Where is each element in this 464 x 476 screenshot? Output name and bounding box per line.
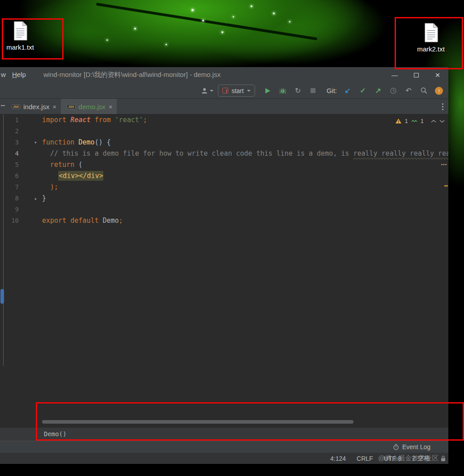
- bug-icon: [279, 87, 286, 94]
- title-bar[interactable]: w Help wind-monitor [D:\我的资料\wind-all\wi…: [0, 67, 448, 83]
- code-text: export default Demo;: [42, 215, 123, 226]
- droplet: [106, 39, 108, 41]
- fold-icon[interactable]: ▾: [34, 137, 37, 148]
- desktop-icon-label: mark2.txt: [417, 45, 445, 53]
- typo-count: 1: [421, 118, 424, 124]
- screen: mark1.txt mark2.txt w Help wind-monitor …: [0, 0, 464, 476]
- tab-label: demo.jsx: [79, 103, 106, 110]
- code-line[interactable]: 6 <div></div>: [0, 170, 448, 182]
- chevron-down-icon: [247, 90, 251, 92]
- fold-column: [19, 126, 42, 137]
- event-log-button[interactable]: Event Log: [402, 443, 430, 450]
- window-title: wind-monitor [D:\我的资料\wind-all\wind-moni…: [43, 71, 221, 79]
- line-ending-widget[interactable]: CRLF: [357, 455, 373, 462]
- minimize-button[interactable]: —: [384, 67, 405, 83]
- code-text: }: [42, 193, 46, 204]
- code-line[interactable]: 10export default Demo;: [0, 215, 448, 226]
- update-arrow-icon: ↑: [435, 87, 443, 95]
- code-line[interactable]: 7 );: [0, 182, 448, 193]
- menu-item-help[interactable]: Help: [12, 71, 26, 78]
- code-lines: 1import React from 'react';23▾function D…: [0, 115, 448, 226]
- next-problem-chevron-icon[interactable]: [439, 119, 445, 123]
- desktop-icon-label: mark1.txt: [6, 43, 34, 51]
- clock-icon: [390, 87, 397, 94]
- typo-squiggle-icon: [411, 119, 417, 123]
- left-scrollbar-thumb[interactable]: [0, 289, 4, 304]
- tool-window-splitter[interactable]: [3, 115, 4, 366]
- droplet: [134, 28, 136, 30]
- fold-column: ▴: [19, 193, 42, 204]
- code-editor[interactable]: 1import React from 'react';23▾function D…: [0, 115, 448, 427]
- run-button[interactable]: [262, 85, 273, 97]
- text-file-icon: [12, 21, 29, 41]
- user-account-button[interactable]: [201, 85, 213, 97]
- change-stripe-mark[interactable]: [444, 185, 448, 187]
- search-everywhere-button[interactable]: [418, 85, 429, 97]
- undo-button[interactable]: ↶: [403, 85, 414, 97]
- fold-column: [19, 159, 42, 170]
- code-line[interactable]: 2: [0, 126, 448, 137]
- line-overflow-indicator: …: [441, 159, 447, 166]
- fold-column: [19, 170, 42, 182]
- tab-options-kebab-icon[interactable]: [442, 103, 444, 110]
- desktop-icon-mark1[interactable]: mark1.txt: [0, 21, 40, 51]
- code-line[interactable]: 4 // this is a demo file for how to writ…: [0, 148, 448, 159]
- git-label: Git:: [327, 87, 337, 94]
- tab-index-jsx[interactable]: JSX index.jsx ×: [6, 99, 61, 114]
- search-icon: [420, 87, 428, 94]
- watermark: @稀土掘金技术社区: [378, 454, 438, 463]
- ide-update-button[interactable]: ↑: [434, 85, 444, 97]
- leaf-stem: [96, 3, 318, 40]
- fold-column: [19, 115, 42, 126]
- fold-column: [19, 182, 42, 193]
- droplet: [251, 5, 252, 7]
- tab-demo-jsx[interactable]: JSX demo.jsx ×: [61, 99, 117, 114]
- run-config-icon: [222, 88, 228, 94]
- maximize-button[interactable]: [405, 67, 427, 83]
- desktop-icon-mark2[interactable]: mark2.txt: [411, 22, 451, 53]
- code-line[interactable]: 1import React from 'react';: [0, 115, 448, 126]
- git-push-button[interactable]: ↗: [373, 85, 383, 97]
- tool-stripe-icon[interactable]: [1, 105, 5, 106]
- warning-icon: [395, 118, 402, 124]
- fold-column: ▾: [19, 137, 42, 148]
- user-icon: [201, 87, 208, 94]
- ide-window: w Help wind-monitor [D:\我的资料\wind-all\wi…: [0, 67, 448, 464]
- history-button[interactable]: [388, 85, 399, 97]
- droplet: [233, 16, 234, 17]
- menu-item-window-partial[interactable]: w: [1, 71, 6, 78]
- main-toolbar: start ↻: [0, 83, 448, 99]
- code-line[interactable]: 5 return (: [0, 159, 448, 170]
- git-commit-button[interactable]: ✓: [358, 85, 368, 97]
- breadcrumb[interactable]: Demo(): [44, 430, 67, 438]
- fold-column: [19, 215, 42, 226]
- code-text: );: [42, 182, 58, 193]
- git-update-button[interactable]: ↙: [342, 85, 353, 97]
- fold-column: [19, 148, 42, 159]
- event-log-bar: Event Log: [0, 441, 448, 453]
- code-text: <div></div>: [42, 170, 103, 182]
- horizontal-scrollbar[interactable]: [42, 420, 353, 424]
- tab-label: index.jsx: [23, 103, 49, 110]
- debug-button[interactable]: [277, 85, 288, 97]
- chevron-down-icon: [210, 90, 213, 92]
- code-line[interactable]: 8▴}: [0, 193, 448, 204]
- editor-tab-bar: JSX index.jsx × JSX demo.jsx ×: [0, 99, 448, 115]
- fold-icon[interactable]: ▴: [34, 193, 37, 204]
- lock-icon[interactable]: [441, 455, 446, 462]
- run-configuration-select[interactable]: start: [218, 85, 255, 97]
- stop-button[interactable]: [308, 85, 319, 97]
- prev-problem-chevron-icon[interactable]: [431, 119, 436, 123]
- code-text: return (: [42, 159, 82, 170]
- code-line[interactable]: 9: [0, 204, 448, 215]
- inspections-widget[interactable]: 1 1: [395, 118, 445, 124]
- droplet: [202, 20, 204, 21]
- coverage-button[interactable]: ↻: [293, 85, 303, 97]
- close-tab-icon[interactable]: ×: [53, 103, 57, 110]
- close-button[interactable]: ×: [427, 67, 448, 83]
- caret-position-widget[interactable]: 4:124: [330, 455, 346, 462]
- window-controls: — ×: [384, 67, 448, 83]
- close-tab-icon[interactable]: ×: [109, 103, 113, 110]
- droplet: [192, 9, 194, 11]
- code-line[interactable]: 3▾function Demo() {: [0, 137, 448, 148]
